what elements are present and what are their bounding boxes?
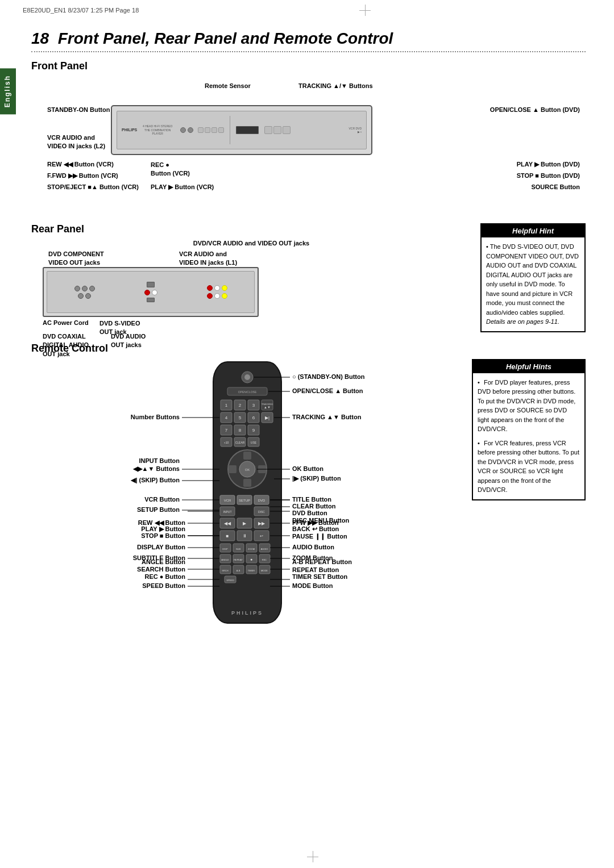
page-title: 18 Front Panel, Rear Panel and Remote Co… bbox=[31, 30, 586, 48]
rear-device-inner bbox=[47, 271, 255, 313]
fp-rbtn3 bbox=[283, 126, 291, 134]
stop-dvd-label: STOP ■ Button (DVD) bbox=[517, 172, 580, 179]
svg-text:REC ● Button: REC ● Button bbox=[144, 573, 185, 580]
svg-text:OPEN/CLOSE: OPEN/CLOSE bbox=[238, 390, 256, 394]
device-brand: PHILIPS bbox=[122, 128, 137, 132]
svg-text:SUB: SUB bbox=[235, 548, 240, 550]
dvd-component-label: DVD COMPONENT VIDEO OUT jacks bbox=[48, 250, 104, 268]
rear-left-jacks bbox=[74, 286, 95, 299]
svg-text:+10: +10 bbox=[223, 441, 229, 444]
bullet-icon-1: • bbox=[478, 379, 480, 386]
remote-control-section: Remote Control OPEN/CLOSE 1 bbox=[31, 343, 586, 637]
vcr-audio-label: VCR AUDIO and VIDEO IN jacks (L2) bbox=[47, 133, 105, 151]
svg-text:5: 5 bbox=[238, 415, 241, 420]
svg-text:■: ■ bbox=[226, 533, 229, 539]
svg-rect-36 bbox=[243, 479, 251, 487]
jack1 bbox=[180, 127, 186, 133]
dvd-coaxial-label: DVD COAXIAL DIGITAL AUDIO OUT jack bbox=[43, 332, 89, 358]
remote-diagram-area: OPEN/CLOSE 1 2 3 TRACKING ▲▼ 4 5 bbox=[31, 359, 463, 637]
svg-text:6: 6 bbox=[252, 415, 255, 420]
helpful-hint-bullet: • bbox=[486, 243, 490, 250]
jack-red bbox=[144, 290, 150, 295]
bullet-icon-2: • bbox=[478, 440, 480, 446]
svg-text:BACK ↩ Button: BACK ↩ Button bbox=[292, 525, 339, 532]
svg-text:MODE: MODE bbox=[261, 569, 268, 572]
fp-btn4 bbox=[218, 127, 224, 133]
jack-yellow2 bbox=[222, 293, 227, 299]
jack-white3 bbox=[214, 293, 220, 299]
front-device-inner: PHILIPS 4 HEAD HI-FI STEREOTHE COMBINATI… bbox=[117, 111, 367, 149]
jack-row3 bbox=[144, 290, 157, 295]
svg-text:SRCH: SRCH bbox=[222, 569, 228, 572]
svg-text:1: 1 bbox=[225, 403, 227, 408]
svg-text:|▶ (SKIP) Button: |▶ (SKIP) Button bbox=[292, 475, 341, 482]
svg-text:DVD Button: DVD Button bbox=[292, 510, 327, 516]
fp-btn2 bbox=[205, 127, 210, 133]
stop-eject-label: STOP/EJECT ■▲ Button (VCR) bbox=[47, 183, 139, 190]
svg-text:○ (STANDBY-ON) Button: ○ (STANDBY-ON) Button bbox=[292, 373, 365, 380]
svg-text:2: 2 bbox=[238, 403, 241, 408]
jack-white2 bbox=[214, 285, 220, 291]
ffwd-label: F.FWD ▶▶ Button (VCR) bbox=[47, 172, 118, 180]
dvd-vcr-audio-video-label: DVD/VCR AUDIO and VIDEO OUT jacks bbox=[31, 240, 471, 247]
svg-text:OPEN/CLOSE ▲ Button: OPEN/CLOSE ▲ Button bbox=[292, 387, 363, 394]
device-model-label: 4 HEAD HI-FI STEREOTHE COMBINATION PLAYE… bbox=[140, 124, 175, 136]
svg-text:REPEAT Button: REPEAT Button bbox=[292, 566, 339, 573]
play-vcr-label: PLAY ▶ Button (VCR) bbox=[151, 183, 214, 191]
rear-device-body bbox=[43, 267, 259, 317]
svg-text:VCR: VCR bbox=[223, 499, 231, 502]
crosshair-top bbox=[359, 5, 371, 16]
helpful-hint-box: Helpful Hint • The DVD S-VIDEO OUT, DVD … bbox=[480, 223, 586, 332]
svg-text:⏸: ⏸ bbox=[242, 533, 247, 539]
svg-rect-37 bbox=[229, 465, 237, 473]
svg-text:A-B: A-B bbox=[236, 569, 240, 572]
main-content: 18 Front Panel, Rear Panel and Remote Co… bbox=[0, 18, 614, 649]
jack-c2 bbox=[82, 286, 88, 291]
svg-text:◀◀: ◀◀ bbox=[224, 521, 231, 526]
helpful-hint-title: Helpful Hint bbox=[482, 224, 584, 237]
svg-text:TITLE Button: TITLE Button bbox=[292, 496, 331, 503]
svg-text:▲▼: ▲▼ bbox=[264, 406, 271, 409]
svg-text:INPUT: INPUT bbox=[223, 510, 231, 514]
svg-text:REC: REC bbox=[262, 558, 267, 561]
svg-text:CLEAR: CLEAR bbox=[235, 441, 244, 444]
jack2 bbox=[188, 127, 193, 133]
helpful-hints-title: Helpful Hints bbox=[473, 360, 584, 373]
jack-row4 bbox=[207, 285, 227, 291]
rear-panel-section: Rear Panel DVD/VCR AUDIO and VIDEO OUT j… bbox=[31, 223, 586, 332]
svg-text:◀| (SKIP) Button: ◀| (SKIP) Button bbox=[130, 477, 180, 483]
source-label: SOURCE Button bbox=[531, 183, 580, 190]
rear-panel-left: Rear Panel DVD/VCR AUDIO and VIDEO OUT j… bbox=[31, 223, 471, 324]
svg-text:SPEED Button: SPEED Button bbox=[142, 582, 185, 589]
svg-text:INPUT Button: INPUT Button bbox=[139, 457, 180, 464]
svg-text:▶|: ▶| bbox=[264, 415, 269, 420]
svideo-jack bbox=[147, 298, 155, 302]
rec-label: REC ● Button (VCR) bbox=[151, 161, 190, 178]
dvd-audio-label: DVD AUDIO OUT jacks bbox=[111, 332, 146, 350]
coax-jack bbox=[147, 282, 155, 287]
helpful-hints-box: Helpful Hints • For DVD player features,… bbox=[472, 359, 586, 500]
svg-text:OK Button: OK Button bbox=[292, 465, 323, 472]
hint-bullet-1: • For DVD player features, press DVD bef… bbox=[478, 378, 580, 434]
svg-text:TIMER: TIMER bbox=[247, 569, 255, 572]
svg-text:REPEAT: REPEAT bbox=[234, 558, 243, 561]
device-divider bbox=[230, 116, 230, 144]
rear-panel-heading: Rear Panel bbox=[31, 223, 471, 235]
jack-row2 bbox=[78, 293, 91, 299]
jack-c4 bbox=[78, 293, 84, 299]
svg-text:8: 8 bbox=[238, 428, 241, 433]
title-text: Front Panel, Rear Panel and Remote Contr… bbox=[58, 30, 393, 47]
svg-text:▶▶: ▶▶ bbox=[258, 521, 265, 526]
tracking-buttons-label: TRACKING ▲/▼ Buttons bbox=[298, 82, 373, 89]
svg-text:SETUP Button: SETUP Button bbox=[137, 506, 180, 513]
svg-text:Number Buttons: Number Buttons bbox=[130, 414, 179, 420]
jack-red3 bbox=[207, 293, 213, 299]
fp-btn3 bbox=[211, 127, 217, 133]
vcr-audio-rear-label: VCR AUDIO and VIDEO IN jacks (L1) bbox=[179, 250, 237, 268]
svg-text:3: 3 bbox=[252, 403, 255, 408]
jack-c5 bbox=[85, 293, 91, 299]
svg-text:ANGLE Button: ANGLE Button bbox=[142, 558, 185, 565]
svg-text:TIMER SET Button: TIMER SET Button bbox=[292, 573, 347, 580]
svg-text:↩: ↩ bbox=[260, 534, 263, 538]
device-jacks-area bbox=[180, 127, 193, 133]
